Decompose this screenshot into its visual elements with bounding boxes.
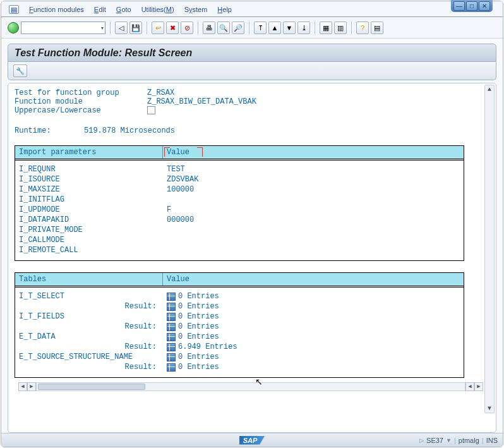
- table-name[interactable]: E_T_SOURCE_STRUCTURE_NAME: [19, 352, 167, 362]
- horizontal-scrollbar[interactable]: ◀ ▶ ◀ ▶: [18, 382, 483, 392]
- menu-help[interactable]: Help: [217, 6, 232, 13]
- grid-icon[interactable]: [167, 293, 176, 301]
- scroll-up-icon[interactable]: ▲: [487, 85, 492, 94]
- command-field[interactable]: ▾: [21, 21, 105, 34]
- table-result[interactable]: 0 Entries: [167, 362, 219, 372]
- grid-icon[interactable]: [167, 323, 176, 331]
- hscroll-track[interactable]: [36, 382, 465, 391]
- tables-header-col1: Tables: [15, 273, 163, 286]
- import-row: I_REQUNRTEST: [15, 164, 464, 174]
- table-entries[interactable]: 0 Entries: [167, 332, 219, 342]
- minimize-button[interactable]: —: [453, 1, 465, 11]
- help-button[interactable]: ?: [356, 21, 369, 34]
- case-label: Uppercase/Lowercase: [15, 106, 147, 115]
- table-name[interactable]: I_T_FIELDS: [19, 312, 167, 322]
- grid-icon[interactable]: [167, 343, 176, 351]
- table-result[interactable]: 6.949 Entries: [167, 342, 237, 352]
- status-user: ptmalg: [459, 437, 479, 444]
- exit-button[interactable]: ↩: [152, 21, 164, 34]
- cancel-button[interactable]: ✖: [166, 21, 179, 34]
- status-tri-icon[interactable]: ▷: [419, 437, 424, 444]
- result-label: Result:: [19, 322, 157, 332]
- import-row: I_UPDMODEF: [15, 205, 464, 215]
- param-name[interactable]: I_INITFLAG: [19, 195, 167, 205]
- hscroll-left-icon[interactable]: ◀: [18, 382, 27, 391]
- next-page-button[interactable]: ▼: [283, 21, 296, 34]
- first-page-button[interactable]: ⤒: [254, 21, 267, 34]
- case-checkbox[interactable]: [147, 106, 155, 114]
- find-button[interactable]: 🔍: [217, 21, 230, 34]
- table-result[interactable]: 0 Entries: [167, 301, 219, 312]
- last-page-button[interactable]: ⤓: [297, 21, 310, 34]
- maximize-button[interactable]: □: [466, 1, 477, 11]
- table-name[interactable]: E_T_DATA: [19, 332, 167, 342]
- param-value[interactable]: 000000: [167, 215, 194, 225]
- layout-button[interactable]: ▤: [371, 21, 383, 34]
- param-name[interactable]: I_ISOURCE: [19, 174, 167, 185]
- table-name[interactable]: I_T_SELECT: [19, 291, 167, 301]
- import-row: I_PRIVATE_MODE: [15, 225, 464, 235]
- find-next-button[interactable]: 🔎: [232, 21, 244, 34]
- scroll-down-icon[interactable]: ▼: [487, 404, 492, 413]
- prev-page-button[interactable]: ▲: [268, 21, 281, 34]
- close-button[interactable]: ✕: [479, 1, 490, 11]
- function-module-label: Function module: [15, 97, 147, 106]
- menubar: ▤ Function modules Edit Goto Utilities(M…: [1, 1, 503, 16]
- table-result-row: Result: 6.949 Entries: [15, 342, 464, 352]
- print-button[interactable]: 🖶: [203, 21, 215, 34]
- hscroll-left2-icon[interactable]: ▶: [27, 382, 36, 391]
- menu-system[interactable]: System: [184, 6, 208, 13]
- function-module-value: Z_RSAX_BIW_GET_DATA_VBAK: [147, 97, 256, 106]
- param-name[interactable]: I_REMOTE_CALL: [19, 245, 167, 255]
- param-value[interactable]: F: [167, 205, 171, 215]
- tool2-button[interactable]: ▥: [334, 21, 347, 34]
- hscroll-right2-icon[interactable]: ▶: [474, 382, 483, 391]
- status-tri2-icon[interactable]: ▼: [446, 437, 452, 444]
- grid-icon[interactable]: [167, 333, 176, 341]
- import-row: I_CALLMODE: [15, 235, 464, 245]
- param-value[interactable]: ZDSVBAK: [167, 174, 198, 185]
- menu-icon[interactable]: ▤: [9, 5, 19, 14]
- import-row: I_REMOTE_CALL: [15, 245, 464, 255]
- back-button[interactable]: ◁: [115, 21, 128, 34]
- tables-table: Tables Value I_T_SELECT 0 EntriesResult:…: [15, 272, 464, 378]
- table-row: I_T_FIELDS 0 Entries: [15, 312, 464, 322]
- stop-button[interactable]: ⊘: [181, 21, 193, 34]
- param-value[interactable]: TEST: [167, 164, 185, 174]
- runtime-label: Runtime:: [15, 126, 84, 135]
- table-result[interactable]: 0 Entries: [167, 322, 219, 332]
- param-name[interactable]: I_UPDMODE: [19, 205, 167, 215]
- table-result-row: Result: 0 Entries: [15, 322, 464, 332]
- menu-utilities[interactable]: Utilities(M): [141, 6, 174, 13]
- import-header-col2: Value: [163, 146, 464, 159]
- ok-icon[interactable]: [8, 22, 19, 33]
- hscroll-right-icon[interactable]: ◀: [465, 382, 474, 391]
- debug-button[interactable]: 🔧: [13, 64, 27, 77]
- grid-icon[interactable]: [167, 303, 176, 311]
- menu-goto[interactable]: Goto: [116, 6, 131, 13]
- param-value[interactable]: 100000: [167, 185, 194, 195]
- param-name[interactable]: I_MAXSIZE: [19, 185, 167, 195]
- param-name[interactable]: I_PRIVATE_MODE: [19, 225, 167, 235]
- import-row: I_ISOURCEZDSVBAK: [15, 174, 464, 185]
- table-entries[interactable]: 0 Entries: [167, 312, 219, 322]
- grid-icon[interactable]: [167, 313, 176, 321]
- import-params-table: Import parameters Value I_REQUNRTESTI_IS…: [15, 145, 464, 261]
- param-name[interactable]: I_REQUNR: [19, 164, 167, 174]
- param-name[interactable]: I_CALLMODE: [19, 235, 167, 245]
- menu-edit[interactable]: Edit: [94, 6, 106, 13]
- grid-icon[interactable]: [167, 363, 176, 372]
- param-name[interactable]: I_DATAPAKID: [19, 215, 167, 225]
- table-entries[interactable]: 0 Entries: [167, 291, 219, 301]
- function-group-label: Test for function group: [15, 88, 147, 97]
- save-button[interactable]: 💾: [129, 21, 142, 34]
- import-row: I_INITFLAG: [15, 195, 464, 205]
- import-row: I_MAXSIZE100000: [15, 185, 464, 195]
- vertical-scrollbar[interactable]: ▲ ▼: [484, 85, 495, 413]
- result-label: Result:: [19, 362, 157, 372]
- tool1-button[interactable]: ▦: [320, 21, 332, 34]
- table-entries[interactable]: 0 Entries: [167, 352, 219, 362]
- import-row: I_DATAPAKID000000: [15, 215, 464, 225]
- grid-icon[interactable]: [167, 353, 176, 361]
- menu-function-modules[interactable]: Function modules: [29, 6, 84, 13]
